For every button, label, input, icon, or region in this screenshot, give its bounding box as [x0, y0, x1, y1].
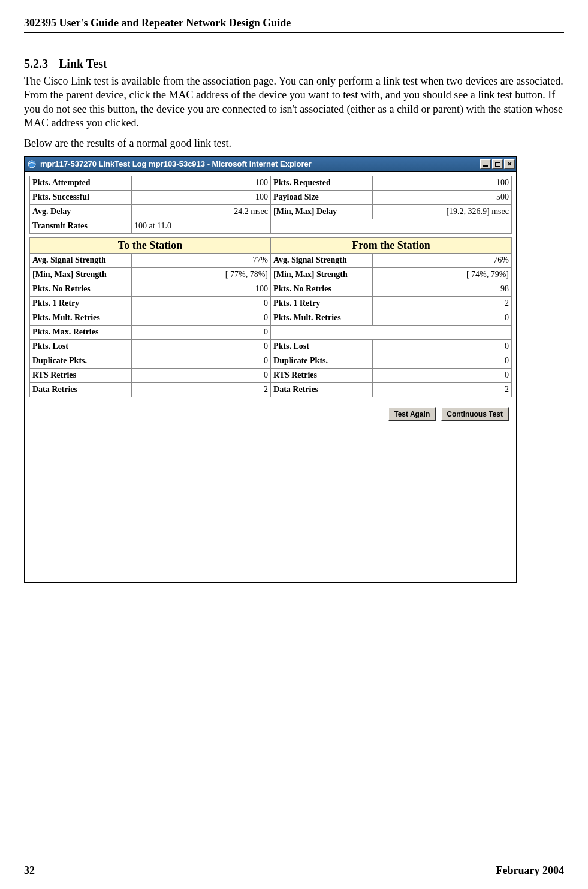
cell-value: [ 74%, 79%]: [373, 267, 512, 282]
embedded-screenshot: mpr117-537270 LinkTest Log mpr103-53c913…: [24, 156, 517, 583]
cell-value: 98: [373, 282, 512, 296]
minimize-button[interactable]: [480, 159, 491, 169]
cell-label: RTS Retries: [30, 368, 132, 382]
cell-value: 2: [373, 382, 512, 397]
cell-value: 0: [373, 311, 512, 325]
table-row: Pkts. Max. Retries0: [30, 325, 512, 339]
window-title: mpr117-537270 LinkTest Log mpr103-53c913…: [40, 159, 479, 168]
table-row: Pkts. Attempted100Pkts. Requested100: [30, 176, 512, 190]
svg-point-0: [28, 161, 35, 168]
cell-value: 100: [132, 282, 271, 296]
screenshot-body: Pkts. Attempted100Pkts. Requested100Pkts…: [25, 172, 516, 582]
cell-value: 2: [132, 382, 271, 397]
cell-value: 0: [373, 368, 512, 382]
station-table: To the Station From the Station Avg. Sig…: [29, 237, 512, 397]
cell-label: Data Retries: [30, 382, 132, 397]
cell-empty: [271, 219, 512, 233]
document-page: 302395 User's Guide and Repeater Network…: [0, 0, 588, 889]
footer-date: February 2004: [496, 864, 564, 877]
from-station-header: From the Station: [271, 237, 512, 253]
cell-label: Avg. Signal Strength: [271, 253, 373, 267]
cell-label: Duplicate Pkts.: [30, 354, 132, 368]
cell-label: Transmit Rates: [30, 219, 132, 233]
cell-value: 100 at 11.0: [132, 219, 271, 233]
cell-value: 100: [132, 176, 271, 190]
cell-label: Payload Size: [271, 190, 373, 204]
table-row: Pkts. 1 Retry0Pkts. 1 Retry2: [30, 296, 512, 311]
cell-value: 0: [373, 339, 512, 354]
cell-label: Avg. Delay: [30, 204, 132, 219]
cell-value: [19.2, 326.9] msec: [373, 204, 512, 219]
cell-label: Data Retries: [271, 382, 373, 397]
test-again-button[interactable]: Test Again: [388, 407, 436, 421]
maximize-button[interactable]: [492, 159, 503, 169]
section-heading: 5.2.3Link Test: [24, 57, 564, 71]
cell-label: Pkts. 1 Retry: [30, 296, 132, 311]
cell-value: 0: [132, 296, 271, 311]
cell-value: 76%: [373, 253, 512, 267]
table-row: Avg. Delay24.2 msec[Min, Max] Delay[19.2…: [30, 204, 512, 219]
window-titlebar: mpr117-537270 LinkTest Log mpr103-53c913…: [25, 157, 516, 172]
cell-label: Pkts. Max. Retries: [30, 325, 132, 339]
cell-value: 500: [373, 190, 512, 204]
cell-value: 0: [132, 368, 271, 382]
cell-label: [Min, Max] Delay: [271, 204, 373, 219]
cell-label: Pkts. 1 Retry: [271, 296, 373, 311]
cell-label: [Min, Max] Strength: [271, 267, 373, 282]
cell-label: [Min, Max] Strength: [30, 267, 132, 282]
cell-label: Duplicate Pkts.: [271, 354, 373, 368]
table-row: Duplicate Pkts.0Duplicate Pkts.0: [30, 354, 512, 368]
window-controls: [479, 159, 515, 169]
close-button[interactable]: [504, 159, 515, 169]
ie-icon: [27, 159, 37, 169]
table-row: Avg. Signal Strength77%Avg. Signal Stren…: [30, 253, 512, 267]
body-paragraph-1: The Cisco Link test is available from th…: [24, 74, 564, 131]
cell-label: RTS Retries: [271, 368, 373, 382]
cell-label: Pkts. Attempted: [30, 176, 132, 190]
section-title: Link Test: [59, 57, 107, 70]
cell-label: Pkts. Lost: [271, 339, 373, 354]
cell-label: Pkts. Lost: [30, 339, 132, 354]
cell-value: 24.2 msec: [132, 204, 271, 219]
table-row: [Min, Max] Strength[ 77%, 78%][Min, Max]…: [30, 267, 512, 282]
cell-value: 0: [132, 311, 271, 325]
cell-label: Pkts. No Retries: [30, 282, 132, 296]
running-header: 302395 User's Guide and Repeater Network…: [24, 17, 564, 33]
cell-label: Pkts. Requested: [271, 176, 373, 190]
button-row: Test Again Continuous Test: [29, 401, 511, 421]
table-row: RTS Retries0RTS Retries0: [30, 368, 512, 382]
cell-value: 0: [132, 339, 271, 354]
body-paragraph-2: Below are the results of a normal good l…: [24, 137, 564, 150]
cell-label: Pkts. Successful: [30, 190, 132, 204]
table-row: Pkts. No Retries100Pkts. No Retries98: [30, 282, 512, 296]
page-number: 32: [24, 864, 35, 877]
cell-value: 77%: [132, 253, 271, 267]
cell-label: Avg. Signal Strength: [30, 253, 132, 267]
page-footer: 32 February 2004: [24, 864, 564, 877]
cell-value: 2: [373, 296, 512, 311]
cell-value: 100: [132, 190, 271, 204]
cell-value: [ 77%, 78%]: [132, 267, 271, 282]
summary-table: Pkts. Attempted100Pkts. Requested100Pkts…: [29, 176, 512, 234]
cell-value: 0: [373, 354, 512, 368]
to-station-header: To the Station: [30, 237, 271, 253]
cell-label: Pkts. No Retries: [271, 282, 373, 296]
table-row: Transmit Rates100 at 11.0: [30, 219, 512, 233]
cell-label: Pkts. Mult. Retries: [30, 311, 132, 325]
table-row: Data Retries2Data Retries2: [30, 382, 512, 397]
cell-value: 100: [373, 176, 512, 190]
table-row: Pkts. Lost0Pkts. Lost0: [30, 339, 512, 354]
cell-label: Pkts. Mult. Retries: [271, 311, 373, 325]
cell-empty: [271, 325, 512, 339]
cell-value: 0: [132, 354, 271, 368]
table-row: Pkts. Mult. Retries0Pkts. Mult. Retries0: [30, 311, 512, 325]
continuous-test-button[interactable]: Continuous Test: [441, 407, 509, 421]
cell-value: 0: [132, 325, 271, 339]
table-row: Pkts. Successful100Payload Size500: [30, 190, 512, 204]
section-number: 5.2.3: [24, 57, 48, 70]
screenshot-whitespace: [29, 421, 511, 577]
